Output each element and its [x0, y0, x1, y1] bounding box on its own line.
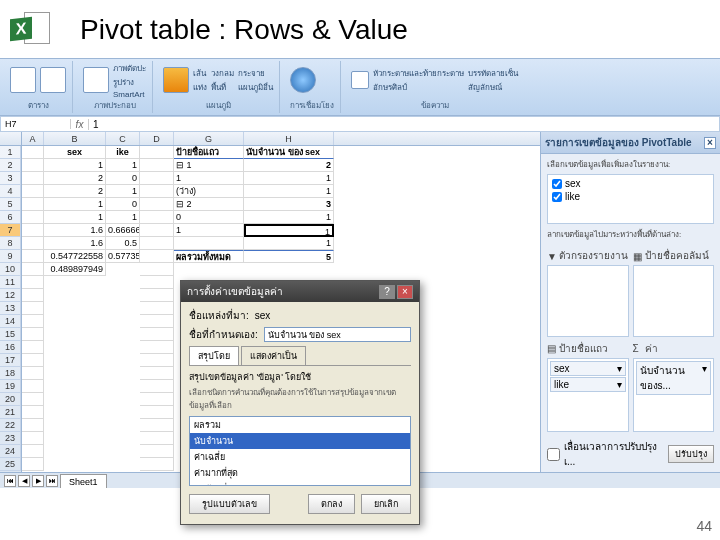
pivottable-icon[interactable] [10, 67, 36, 93]
column-drop-area[interactable] [633, 265, 715, 337]
formula-bar: H7 fx 1 [0, 116, 720, 132]
dialog-close-icon[interactable]: × [397, 285, 413, 299]
column-area-icon: ▦ [633, 251, 643, 261]
number-format-button[interactable]: รูปแบบตัวเลข [189, 494, 270, 514]
value-field[interactable]: นับจำนวน ของs...▾ [636, 361, 712, 395]
function-option[interactable]: นับจำนวน [190, 433, 410, 449]
update-button[interactable]: ปรับปรุง [668, 445, 714, 463]
filter-drop-area[interactable] [547, 265, 629, 337]
ok-button[interactable]: ตกลง [308, 494, 355, 514]
filter-icon: ▼ [547, 251, 557, 261]
select-all-corner[interactable] [0, 132, 22, 145]
name-box[interactable]: H7 [1, 119, 71, 129]
help-icon[interactable]: ? [379, 285, 395, 299]
picture-icon[interactable] [83, 67, 109, 93]
prev-sheet-button[interactable]: ◀ [18, 475, 30, 487]
row-headers[interactable]: 1234567891011121314151617181920212223242… [0, 146, 22, 472]
excel-logo: X [10, 10, 50, 50]
field-like-checkbox[interactable] [552, 192, 562, 202]
function-option[interactable]: ค่าน้อยที่สุด [190, 481, 410, 486]
value-field-settings-dialog: การตั้งค่าเขตข้อมูลค่า?× ชื่อแหล่งที่มา:… [180, 280, 420, 525]
sheet-tab[interactable]: Sheet1 [60, 474, 107, 488]
page-number: 44 [696, 518, 712, 534]
textbox-icon[interactable] [351, 71, 369, 89]
values-area-icon: Σ [633, 343, 643, 353]
first-sheet-button[interactable]: ⏮ [4, 475, 16, 487]
last-sheet-button[interactable]: ⏭ [46, 475, 58, 487]
field-list[interactable]: sex like [547, 174, 714, 224]
tab-summarize[interactable]: สรุปโดย [189, 346, 239, 365]
page-title: Pivot table : Rows & Value [80, 14, 408, 46]
pivot-field-list: รายการเขตข้อมูลของ PivotTable× เลือกเขตข… [540, 132, 720, 472]
row-area-icon: ▤ [547, 343, 557, 353]
next-sheet-button[interactable]: ▶ [32, 475, 44, 487]
row-field-like[interactable]: like▾ [550, 377, 626, 392]
tab-show-as[interactable]: แสดงค่าเป็น [241, 346, 306, 365]
function-option[interactable]: ผลรวม [190, 417, 410, 433]
values-drop-area[interactable]: นับจำนวน ของs...▾ [633, 358, 715, 433]
table-icon[interactable] [40, 67, 66, 93]
function-list[interactable]: ผลรวมนับจำนวนค่าเฉลี่ยค่ามากที่สุดค่าน้อ… [189, 416, 411, 486]
column-chart-icon[interactable] [163, 67, 189, 93]
function-option[interactable]: ค่ามากที่สุด [190, 465, 410, 481]
close-icon[interactable]: × [704, 137, 716, 149]
row-field-sex[interactable]: sex▾ [550, 361, 626, 376]
hyperlink-icon[interactable] [290, 67, 316, 93]
cancel-button[interactable]: ยกเลิก [361, 494, 411, 514]
defer-checkbox[interactable] [547, 448, 560, 461]
function-option[interactable]: ค่าเฉลี่ย [190, 449, 410, 465]
custom-name-input[interactable] [264, 327, 411, 342]
ribbon: ตาราง ภาพตัดปะรูปร่างSmartArtภาพประกอบ เ… [0, 58, 720, 116]
row-drop-area[interactable]: sex▾like▾ [547, 358, 629, 433]
fx-icon[interactable]: fx [71, 119, 89, 130]
formula-input[interactable]: 1 [89, 119, 719, 130]
field-sex-checkbox[interactable] [552, 179, 562, 189]
